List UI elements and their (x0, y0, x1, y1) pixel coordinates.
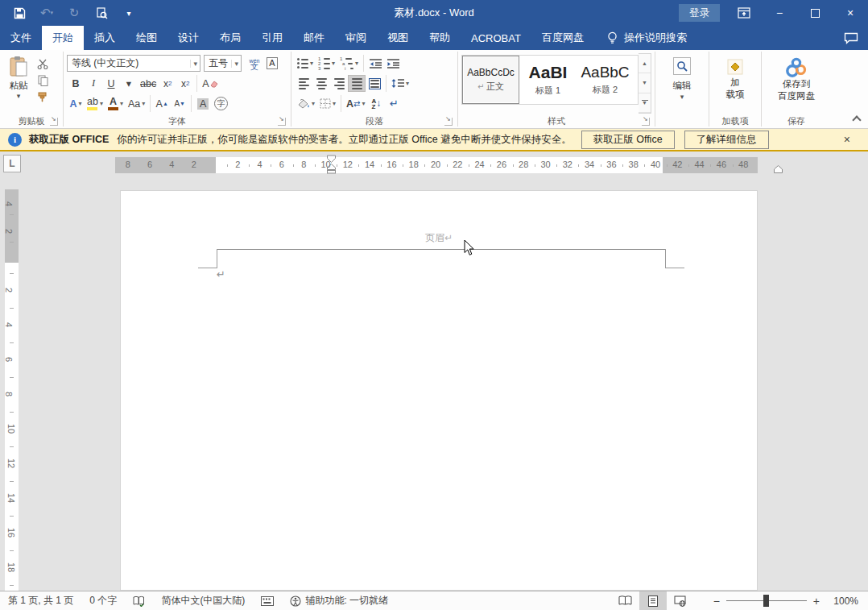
close-button[interactable]: × (833, 0, 868, 26)
numbering-icon[interactable]: 123▾ (316, 55, 337, 72)
save-icon[interactable] (11, 5, 27, 21)
borders-icon[interactable]: ▾ (317, 95, 338, 112)
grow-font-icon[interactable]: A▲ (153, 95, 171, 112)
print-preview-icon[interactable] (93, 5, 110, 21)
text-effects-icon[interactable]: A▾ (67, 95, 85, 112)
bullets-icon[interactable]: ▾ (295, 55, 316, 72)
paragraph-dialog-launcher[interactable] (444, 118, 453, 126)
header-text[interactable]: 页眉↵ (121, 231, 757, 245)
underline-button[interactable]: U (102, 75, 120, 92)
tab-邮件[interactable]: 邮件 (293, 26, 335, 50)
style-card-标题 2[interactable]: AaBbC标题 2 (577, 56, 634, 104)
redo-icon[interactable]: ↻ (66, 5, 82, 21)
paste-button[interactable]: 粘贴 ▾ (3, 53, 34, 114)
keyboard-icon[interactable] (253, 596, 282, 606)
styles-more-icon[interactable]: ▼ (639, 93, 651, 113)
tab-审阅[interactable]: 审阅 (335, 26, 377, 50)
subscript-button[interactable]: x2 (159, 75, 176, 92)
style-card-标题 1[interactable]: AaBI标题 1 (519, 56, 577, 104)
comments-icon[interactable] (844, 32, 858, 44)
zoom-out-icon[interactable]: − (707, 595, 726, 608)
editing-button[interactable]: 编辑 ▾ (659, 53, 705, 114)
font-dialog-launcher[interactable] (278, 118, 286, 126)
tab-布局[interactable]: 布局 (209, 26, 251, 50)
font-name-combo[interactable]: 等线 (中文正文)▾ (67, 55, 200, 72)
proofing-icon[interactable] (125, 595, 153, 607)
character-border-icon[interactable]: A (263, 55, 281, 72)
undo-icon[interactable]: ↶▾ (39, 5, 55, 21)
tab-ACROBAT[interactable]: ACROBAT (461, 26, 531, 50)
zoom-thumb[interactable] (763, 595, 769, 607)
asian-layout-icon[interactable]: A⇄▾ (344, 95, 367, 112)
change-case-icon[interactable]: Aa▾ (126, 95, 147, 112)
zoom-percentage[interactable]: 100% (826, 595, 868, 607)
addins-button[interactable]: 加 载项 (713, 53, 758, 114)
increase-indent-icon[interactable] (384, 55, 402, 72)
web-layout-view-icon[interactable] (667, 591, 694, 610)
distribute-icon[interactable] (366, 75, 383, 92)
sort-icon[interactable]: AZ↓ (367, 95, 385, 112)
zoom-in-icon[interactable]: + (807, 595, 826, 608)
copy-icon[interactable] (34, 73, 52, 88)
align-right-icon[interactable] (330, 75, 348, 92)
tell-me-search[interactable]: 操作说明搜索 (607, 26, 687, 50)
save-to-baidu-button[interactable]: 保存到 百度网盘 (765, 53, 828, 114)
tab-开始[interactable]: 开始 (42, 26, 84, 50)
tab-引用[interactable]: 引用 (251, 26, 293, 50)
superscript-button[interactable]: x2 (176, 75, 194, 92)
shading-bucket-icon[interactable]: ▾ (295, 95, 317, 112)
tab-stop-selector[interactable]: L (3, 155, 21, 172)
enclose-characters-icon[interactable]: 字 (212, 95, 230, 112)
tab-视图[interactable]: 视图 (377, 26, 419, 50)
styles-scroll-down-icon[interactable]: ▼ (639, 73, 651, 93)
tab-设计[interactable]: 设计 (167, 26, 209, 50)
tab-百度网盘[interactable]: 百度网盘 (531, 26, 594, 50)
character-shading-icon[interactable]: A (194, 95, 212, 112)
tab-插入[interactable]: 插入 (84, 26, 126, 50)
ribbon-display-options-icon[interactable] (726, 0, 762, 26)
decrease-indent-icon[interactable] (366, 55, 384, 72)
paste-dropdown[interactable]: ▾ (17, 92, 21, 100)
styles-dialog-launcher[interactable] (642, 118, 650, 126)
style-card-正文[interactable]: AaBbCcDc↵ 正文 (462, 56, 519, 104)
warning-close-icon[interactable]: × (839, 133, 855, 146)
customize-qat-icon[interactable]: ▾ (121, 5, 137, 21)
clipboard-dialog-launcher[interactable] (50, 118, 58, 126)
tab-绘图[interactable]: 绘图 (126, 26, 167, 50)
font-color-icon[interactable]: A▾ (105, 95, 126, 112)
maximize-button[interactable] (797, 0, 833, 26)
horizontal-ruler[interactable]: 8642246810121416182022242628303234363840… (115, 157, 758, 173)
sign-in-button[interactable]: 登录 (679, 4, 720, 22)
bold-button[interactable]: B (67, 75, 85, 92)
page-number-status[interactable]: 第 1 页, 共 1 页 (0, 594, 81, 608)
tab-文件[interactable]: 文件 (0, 26, 42, 50)
italic-button[interactable]: I (85, 75, 102, 92)
zoom-track[interactable] (726, 600, 807, 601)
strikethrough-button[interactable]: abc (138, 75, 159, 92)
cut-icon[interactable] (34, 56, 52, 71)
align-center-icon[interactable] (312, 75, 330, 92)
multilevel-list-icon[interactable]: 1ai▾ (337, 55, 361, 72)
learn-more-button[interactable]: 了解详细信息 (684, 131, 769, 149)
word-count-status[interactable]: 0 个字 (81, 594, 125, 608)
collapse-ribbon-icon[interactable] (852, 115, 861, 124)
read-mode-view-icon[interactable] (612, 591, 639, 610)
align-left-icon[interactable] (295, 75, 312, 92)
line-spacing-icon[interactable]: ▾ (389, 75, 411, 92)
print-layout-view-icon[interactable] (639, 591, 667, 610)
zoom-slider[interactable]: − + (707, 595, 826, 608)
show-formatting-marks-icon[interactable]: ↵ (385, 95, 403, 112)
justify-icon[interactable] (348, 75, 366, 92)
phonetic-guide-icon[interactable]: wén文 (246, 55, 263, 72)
shrink-font-icon[interactable]: A▼ (171, 95, 188, 112)
tab-帮助[interactable]: 帮助 (419, 26, 461, 50)
accessibility-status[interactable]: 辅助功能: 一切就绪 (282, 594, 396, 608)
clear-formatting-icon[interactable]: A (200, 75, 220, 92)
minimize-button[interactable]: − (762, 0, 797, 26)
vertical-ruler[interactable]: 4224681012141618 (5, 189, 19, 591)
language-status[interactable]: 简体中文(中国大陆) (153, 594, 253, 608)
format-painter-icon[interactable] (34, 90, 52, 105)
underline-dropdown[interactable]: ▾ (120, 75, 138, 92)
highlight-color-icon[interactable]: ab▾ (85, 95, 105, 112)
right-indent-marker[interactable] (773, 165, 783, 174)
